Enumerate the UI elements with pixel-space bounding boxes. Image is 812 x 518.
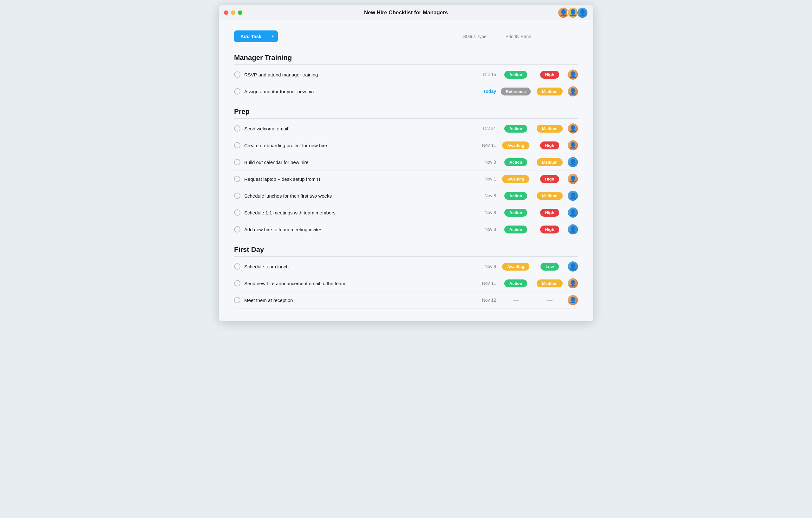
task-checkbox[interactable]	[234, 209, 240, 216]
task-row: Request laptop + desk setup from ITNov 1…	[234, 171, 578, 188]
section-manager-training: Manager TrainingRSVP and attend manager …	[234, 49, 578, 100]
priority-badge[interactable]: Low	[541, 263, 559, 270]
task-checkbox[interactable]	[234, 142, 240, 148]
status-badge[interactable]: Awaiting	[502, 175, 529, 183]
task-row: Assign a mentor for your new hireTodayRe…	[234, 83, 578, 100]
avatar[interactable]: 👤	[568, 261, 578, 271]
task-date: Nov 8	[478, 264, 496, 269]
avatar[interactable]: 👤	[577, 7, 588, 19]
task-name: Add new hire to team meeting invites	[244, 227, 475, 232]
priority-badge[interactable]: Medium	[537, 125, 562, 133]
priority-badge[interactable]: Medium	[537, 280, 562, 287]
priority-badge[interactable]: Medium	[537, 192, 562, 200]
task-checkbox[interactable]	[234, 71, 240, 78]
avatar[interactable]: 👤	[568, 174, 578, 184]
avatar[interactable]: 👤	[568, 207, 578, 218]
status-badge[interactable]: Reference	[501, 88, 531, 95]
task-row: Send welcome email!Oct 31ActionMedium👤	[234, 120, 578, 137]
task-name: Build out calendar for new hire	[244, 160, 475, 165]
task-date: Nov 8	[478, 227, 496, 232]
avatar[interactable]: 👤	[568, 278, 578, 288]
add-task-dropdown-button[interactable]: ▾	[268, 30, 278, 42]
task-status: Action	[500, 125, 531, 133]
task-status: —	[500, 297, 531, 304]
task-checkbox[interactable]	[234, 193, 240, 199]
task-status: Awaiting	[500, 142, 531, 149]
avatar[interactable]: 👤	[568, 86, 578, 96]
section-first-day: First DaySchedule team lunchNov 8Awaitin…	[234, 240, 578, 309]
priority-badge[interactable]: Medium	[537, 88, 562, 95]
priority-badge[interactable]: High	[540, 226, 559, 233]
task-status: Reference	[500, 88, 531, 95]
task-checkbox[interactable]	[234, 88, 240, 94]
task-row: Add new hire to team meeting invitesNov …	[234, 221, 578, 238]
task-date: Nov 11	[478, 143, 496, 148]
priority-badge[interactable]: High	[540, 209, 559, 217]
avatar[interactable]: 👤	[568, 157, 578, 167]
task-row: Send new hire announcement email to the …	[234, 275, 578, 292]
section-prep: PrepSend welcome email!Oct 31ActionMediu…	[234, 103, 578, 238]
task-priority: High	[535, 142, 564, 149]
sections-container: Manager TrainingRSVP and attend manager …	[234, 49, 578, 309]
avatar[interactable]: 👤	[568, 140, 578, 150]
avatar[interactable]: 👤	[568, 191, 578, 201]
collaborators-avatars: 👤 👤 👤	[558, 7, 588, 19]
avatar[interactable]: 👤	[568, 295, 578, 305]
status-badge[interactable]: Action	[504, 71, 527, 79]
task-status: Action	[500, 226, 531, 233]
task-row: Meet them at receptionNov 12——👤	[234, 292, 578, 309]
task-checkbox[interactable]	[234, 159, 240, 165]
task-name: Send welcome email!	[244, 126, 475, 131]
task-row: RSVP and attend manager trainingOct 15Ac…	[234, 66, 578, 83]
task-name: Schedule 1:1 meetings with team members	[244, 210, 475, 215]
task-status: Action	[500, 192, 531, 200]
task-checkbox[interactable]	[234, 297, 240, 303]
task-name: Schedule lunches for their first two wee…	[244, 193, 475, 199]
priority-badge[interactable]: High	[540, 71, 559, 79]
task-date: Nov 11	[478, 281, 496, 286]
task-priority: Medium	[535, 88, 564, 95]
task-name: Schedule team lunch	[244, 264, 475, 269]
avatar[interactable]: 👤	[568, 123, 578, 134]
priority-badge[interactable]: High	[540, 142, 559, 149]
status-badge[interactable]: Action	[504, 280, 527, 287]
task-priority: Medium	[535, 158, 564, 166]
task-date: Oct 15	[478, 72, 496, 77]
task-row: Build out calendar for new hireNov 8Acti…	[234, 154, 578, 171]
close-button[interactable]	[224, 10, 228, 15]
task-checkbox[interactable]	[234, 226, 240, 232]
task-priority: Medium	[535, 125, 564, 133]
status-badge[interactable]: Awaiting	[502, 263, 529, 270]
task-checkbox[interactable]	[234, 176, 240, 182]
task-name: Meet them at reception	[244, 297, 475, 303]
add-task-button[interactable]: Add Task	[234, 30, 268, 42]
task-checkbox[interactable]	[234, 280, 240, 286]
empty-status: —	[503, 297, 528, 304]
status-badge[interactable]: Action	[504, 209, 527, 217]
title-bar: New Hire Checklist for Managers 👤 👤 👤	[219, 5, 593, 20]
avatar[interactable]: 👤	[568, 224, 578, 234]
task-name: RSVP and attend manager training	[244, 72, 475, 78]
priority-badge[interactable]: High	[540, 175, 559, 183]
status-badge[interactable]: Action	[504, 226, 527, 233]
task-priority: High	[535, 226, 564, 233]
task-status: Action	[500, 71, 531, 79]
status-badge[interactable]: Action	[504, 192, 527, 200]
task-status: Action	[500, 280, 531, 287]
task-date: Nov 8	[478, 160, 496, 165]
task-checkbox[interactable]	[234, 263, 240, 270]
maximize-button[interactable]	[238, 10, 242, 15]
section-title: Manager Training	[234, 49, 578, 65]
task-name: Assign a mentor for your new hire	[244, 89, 475, 94]
status-badge[interactable]: Action	[504, 158, 527, 166]
avatar[interactable]: 👤	[568, 69, 578, 80]
status-badge[interactable]: Action	[504, 125, 527, 133]
task-priority: High	[535, 71, 564, 79]
task-status: Action	[500, 209, 531, 217]
priority-badge[interactable]: Medium	[537, 158, 562, 166]
minimize-button[interactable]	[231, 10, 235, 15]
task-priority: —	[535, 297, 564, 304]
task-checkbox[interactable]	[234, 125, 240, 132]
toolbar: Add Task ▾ Status Type Priority Rank	[234, 30, 578, 42]
status-badge[interactable]: Awaiting	[502, 142, 529, 149]
